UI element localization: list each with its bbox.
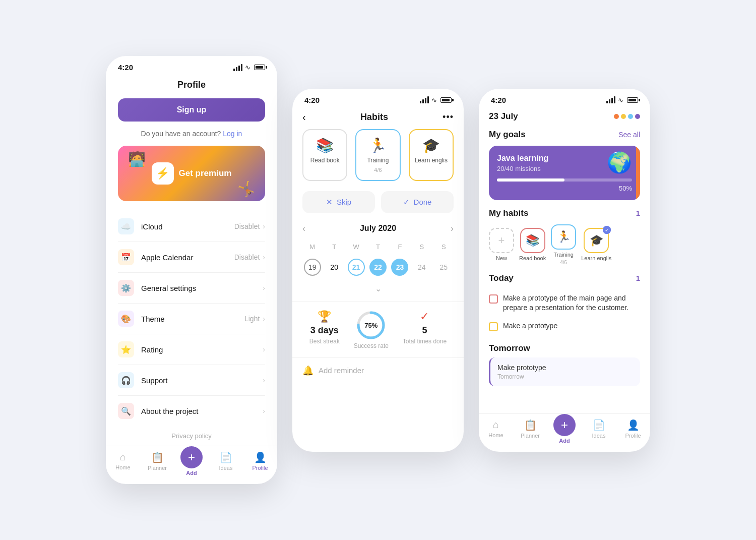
tomorrow-task-card[interactable]: Make prototype Tomorrow — [489, 357, 640, 386]
reminder-label: Add reminder — [319, 366, 364, 375]
nav-planner-3[interactable]: 📋 Planner — [513, 419, 547, 444]
wifi-icon-1: ∿ — [245, 64, 250, 71]
cal-day-25[interactable]: 25 — [434, 255, 454, 280]
cal-header-s2: S — [434, 241, 454, 253]
see-all-link[interactable]: See all — [618, 131, 640, 139]
success-ring: 75% — [356, 310, 386, 340]
settings-item-apple-calendar[interactable]: 📅 Apple Calendar Disablet › — [118, 242, 265, 273]
profile-label-3: Profile — [625, 433, 641, 439]
icloud-icon: ☁️ — [118, 218, 134, 234]
nav-add-3[interactable]: + Add — [547, 419, 582, 444]
cal-prev-button[interactable]: ‹ — [302, 223, 305, 234]
streak-value: 3 days — [310, 325, 339, 336]
privacy-policy-link[interactable]: Privacy policy — [106, 426, 277, 446]
cal-day-23[interactable]: 23 — [390, 255, 410, 280]
goal-percent: 50% — [497, 185, 632, 192]
habit-mini-readbook[interactable]: 📚 Read book — [519, 228, 546, 261]
settings-item-about[interactable]: 🔍 About the project › — [118, 396, 265, 426]
settings-item-theme[interactable]: 🎨 Theme Light › — [118, 304, 265, 334]
habit-mini-english[interactable]: 🎓 ✓ Learn englis — [581, 228, 611, 261]
new-habit-btn[interactable]: + New — [489, 228, 514, 261]
learn-english-emoji: 🎓 — [422, 137, 440, 154]
chevron-icon: › — [263, 222, 265, 230]
home-header: 23 July — [479, 107, 650, 130]
nav-add-1[interactable]: + Add — [174, 451, 209, 476]
status-bar-1: 4:20 ∿ — [106, 56, 277, 75]
add-label-1: Add — [186, 470, 197, 476]
habit-training[interactable]: 🏃 Training 4/6 — [355, 129, 400, 181]
nav-home-1[interactable]: ⌂ Home — [106, 451, 140, 476]
task-checkbox-1[interactable] — [489, 294, 498, 304]
habit-learn-english[interactable]: 🎓 Learn englis — [409, 129, 454, 181]
ideas-icon-1: 📄 — [220, 451, 232, 463]
dots-menu-icon[interactable] — [614, 114, 640, 119]
goal-card-java[interactable]: Java learning 20/40 missions 50% 🌍 — [489, 146, 640, 200]
cal-expand-icon[interactable]: ⌄ — [302, 284, 454, 293]
more-button[interactable]: ••• — [443, 112, 454, 123]
signup-button[interactable]: Sign up — [118, 98, 265, 122]
readbook-mini-icon: 📚 — [520, 228, 545, 253]
status-icons-1: ∿ — [233, 64, 265, 71]
cal-day-22[interactable]: 22 — [368, 255, 388, 280]
nav-home-3[interactable]: ⌂ Home — [479, 419, 513, 444]
status-bar-3: 4:20 ∿ — [479, 89, 650, 107]
premium-banner[interactable]: ⚡ Get premium 🧑‍💻 🤸 — [118, 146, 265, 201]
cal-day-21[interactable]: 21 — [346, 255, 366, 280]
bottom-nav-3: ⌂ Home 📋 Planner + Add 📄 Ideas 👤 Profile — [479, 413, 650, 452]
tomorrow-title: Tomorrow — [489, 343, 640, 353]
today-title: Today — [489, 273, 514, 283]
task-checkbox-2[interactable] — [489, 322, 498, 331]
task-text-2: Make a prototype — [503, 321, 557, 331]
signal-icon-2 — [420, 96, 429, 103]
cal-day-24[interactable]: 24 — [412, 255, 431, 280]
reminder-row[interactable]: 🔔 Add reminder — [292, 357, 464, 383]
battery-icon-2 — [440, 97, 452, 103]
home-icon-1: ⌂ — [120, 451, 126, 463]
settings-item-icloud[interactable]: ☁️ iCloud Disablet › — [118, 211, 265, 242]
done-check-icon: ✓ — [403, 198, 410, 207]
training-sub: 4/6 — [374, 167, 382, 173]
phones-container: 4:20 ∿ Profile Sign up Do you have an ac… — [106, 56, 650, 484]
cal-header-w: W — [346, 241, 366, 253]
profile-title: Profile — [106, 75, 277, 98]
habits-section-home: My habits 1 + New 📚 Read book 🏃 Training… — [479, 208, 650, 273]
settings-item-rating[interactable]: ⭐ Rating › — [118, 334, 265, 365]
nav-profile-1[interactable]: 👤 Profile — [243, 451, 277, 476]
task-item-1: Make a prototype of the main page and pr… — [489, 289, 640, 317]
back-button[interactable]: ‹ — [302, 111, 306, 123]
status-bar-2: 4:20 ∿ — [292, 89, 464, 107]
rating-icon: ⭐ — [118, 341, 134, 357]
goals-header: My goals See all — [489, 130, 640, 140]
login-link[interactable]: Log in — [223, 130, 242, 138]
settings-item-general[interactable]: ⚙️ General settings › — [118, 273, 265, 304]
cal-day-19[interactable]: 19 — [302, 255, 322, 280]
habit-mini-training[interactable]: 🏃 Training 4/6 — [551, 224, 576, 265]
tomorrow-task-sub: Tomorrow — [497, 373, 633, 380]
tomorrow-task-title: Make prototype — [497, 364, 633, 372]
chevron-icon: › — [263, 345, 265, 353]
nav-ideas-1[interactable]: 📄 Ideas — [209, 451, 243, 476]
nav-planner-1[interactable]: 📋 Planner — [140, 451, 174, 476]
nav-ideas-3[interactable]: 📄 Ideas — [582, 419, 616, 444]
cal-header-f: F — [390, 241, 410, 253]
success-label: Success rate — [354, 342, 389, 349]
skip-button[interactable]: ✕ Skip — [302, 191, 375, 213]
cal-day-20[interactable]: 20 — [324, 255, 344, 280]
habit-read-book[interactable]: 📚 Read book — [302, 129, 347, 181]
task-text-1: Make a prototype of the main page and pr… — [503, 293, 640, 313]
cal-header-s1: S — [412, 241, 431, 253]
cal-next-button[interactable]: › — [451, 223, 454, 234]
decoration-figure2: 🤸 — [237, 181, 255, 197]
add-button-1[interactable]: + — [180, 446, 203, 468]
settings-item-support[interactable]: 🎧 Support › — [118, 365, 265, 396]
learn-english-name: Learn englis — [415, 157, 448, 164]
done-button[interactable]: ✓ Done — [381, 191, 454, 213]
add-button-3[interactable]: + — [553, 414, 576, 436]
streak-label: Best streak — [309, 338, 340, 345]
today-count: 1 — [636, 274, 640, 282]
nav-profile-3[interactable]: 👤 Profile — [616, 419, 650, 444]
english-mini-icon: 🎓 ✓ — [584, 228, 609, 253]
planner-label-1: Planner — [148, 465, 167, 471]
habits-grid: 📚 Read book 🏃 Training 4/6 🎓 Learn engli… — [292, 129, 464, 191]
status-icons-2: ∿ — [420, 96, 452, 104]
